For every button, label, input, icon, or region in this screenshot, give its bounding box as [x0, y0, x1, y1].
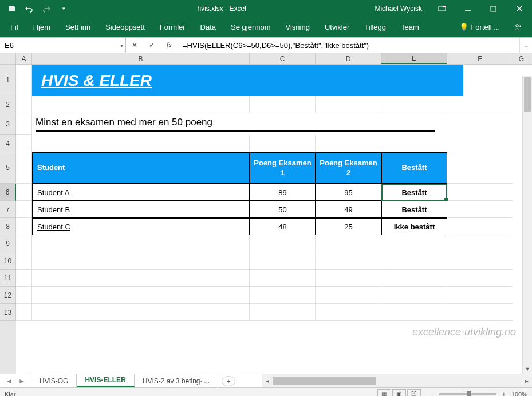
sheet-tab[interactable]: HVIS-ELLER	[77, 374, 134, 387]
tab-formler[interactable]: Formler	[153, 18, 192, 36]
user-name[interactable]: Michael Wycisk	[368, 5, 429, 13]
row-header[interactable]: 2	[0, 96, 16, 113]
subtitle[interactable]: Minst en eksamen med mer en 50 poeng	[36, 117, 435, 132]
row-header[interactable]: 8	[0, 218, 16, 235]
page-break-view-button[interactable]: 凹	[407, 389, 421, 397]
table-cell[interactable]: Student A	[32, 184, 250, 201]
row-header[interactable]: 10	[0, 252, 16, 270]
tab-sideoppsett[interactable]: Sideoppsett	[98, 18, 152, 36]
row-header[interactable]: 1	[0, 65, 16, 96]
tab-fil[interactable]: Fil	[3, 18, 25, 36]
close-icon[interactable]	[506, 2, 532, 15]
tab-settinn[interactable]: Sett inn	[58, 18, 97, 36]
cells-area[interactable]: HVIS & ELLER Minst en eksamen med mer en…	[16, 65, 532, 374]
name-box[interactable]: ▾	[0, 38, 126, 53]
scroll-left-icon[interactable]: ◄	[262, 378, 273, 384]
horizontal-scrollbar[interactable]: ◄ ►	[262, 374, 532, 387]
window-title: hvis.xlsx - Excel	[76, 5, 368, 13]
table-cell[interactable]: 25	[316, 218, 381, 235]
column-headers: A B C D E F G	[0, 53, 532, 65]
zoom-thumb[interactable]	[467, 391, 471, 397]
table-cell[interactable]: 89	[250, 184, 316, 201]
undo-icon[interactable]	[22, 2, 37, 15]
row-header[interactable]: 7	[0, 201, 16, 218]
col-header-E[interactable]: E	[381, 53, 447, 64]
scroll-right-icon[interactable]: ►	[522, 378, 532, 384]
col-header-G[interactable]: G	[513, 53, 530, 64]
formula-input[interactable]	[183, 41, 515, 50]
scroll-thumb[interactable]	[524, 77, 531, 112]
cancel-formula-icon[interactable]: ✕	[126, 41, 143, 49]
tab-data[interactable]: Data	[194, 18, 223, 36]
tab-team[interactable]: Team	[394, 18, 426, 36]
tab-hjem[interactable]: Hjem	[26, 18, 57, 36]
table-header-pass[interactable]: Bestått	[381, 152, 447, 184]
row-header[interactable]: 5	[0, 152, 16, 184]
tab-visning[interactable]: Visning	[278, 18, 316, 36]
save-icon[interactable]	[5, 2, 19, 15]
col-header-B[interactable]: B	[32, 53, 250, 64]
table-cell[interactable]: Bestått	[381, 184, 447, 201]
scroll-down-icon[interactable]: ▼	[523, 365, 532, 374]
cell-reference-input[interactable]	[5, 41, 121, 50]
table-cell[interactable]: Student B	[32, 201, 250, 218]
tab-segjennom[interactable]: Se gjennom	[224, 18, 277, 36]
zoom-in-button[interactable]: +	[500, 390, 508, 396]
table-cell[interactable]: 48	[250, 218, 316, 235]
next-sheet-icon[interactable]: ►	[18, 377, 25, 385]
cell[interactable]	[16, 65, 32, 96]
table-cell[interactable]: 95	[316, 184, 381, 201]
row-header[interactable]: 11	[0, 270, 16, 287]
lightbulb-icon: 💡	[459, 23, 468, 31]
col-header-C[interactable]: C	[250, 53, 316, 64]
table-cell[interactable]: Ikke bestått	[381, 218, 447, 235]
add-sheet-button[interactable]: +	[222, 376, 235, 386]
row-header[interactable]: 6	[0, 184, 16, 201]
maximize-icon[interactable]	[480, 2, 506, 15]
select-all-corner[interactable]	[0, 53, 16, 64]
scroll-thumb[interactable]	[273, 377, 376, 385]
tab-utvikler[interactable]: Utvikler	[318, 18, 356, 36]
accept-formula-icon[interactable]: ✓	[143, 41, 160, 49]
minimize-icon[interactable]	[455, 2, 480, 15]
row-header[interactable]: 13	[0, 304, 16, 321]
row-header[interactable]: 3	[0, 113, 16, 135]
name-box-dropdown-icon[interactable]: ▾	[120, 42, 123, 49]
row-header[interactable]: 9	[0, 235, 16, 252]
sheet-tabs-row: ◄► HVIS-OG HVIS-ELLER HVIS-2 av 3 beting…	[0, 374, 532, 387]
share-icon[interactable]	[506, 23, 529, 32]
col-header-F[interactable]: F	[447, 53, 513, 64]
sheet-tab[interactable]: HVIS-2 av 3 beting· ...	[135, 374, 218, 387]
zoom-level[interactable]: 100%	[511, 391, 527, 397]
ribbon-options-icon[interactable]	[429, 2, 455, 15]
insert-function-icon[interactable]: fx	[160, 41, 178, 50]
page-layout-view-button[interactable]: ▣	[392, 389, 406, 397]
redo-icon[interactable]	[39, 2, 54, 15]
status-ready: Klar	[5, 391, 377, 397]
prev-sheet-icon[interactable]: ◄	[6, 377, 13, 385]
table-header-student[interactable]: Student	[32, 152, 250, 184]
table-cell[interactable]: 49	[316, 201, 381, 218]
table-cell[interactable]: Student C	[32, 218, 250, 235]
row-header[interactable]: 12	[0, 287, 16, 304]
qat-customize-icon[interactable]: ▾	[56, 2, 71, 15]
tab-tillegg[interactable]: Tillegg	[357, 18, 393, 36]
title-banner[interactable]: HVIS & ELLER	[32, 65, 463, 96]
sheet-nav[interactable]: ◄►	[0, 374, 31, 387]
table-header-exam2[interactable]: Poeng Eksamen 2	[316, 152, 381, 184]
zoom-slider[interactable]	[439, 393, 496, 395]
col-header-A[interactable]: A	[16, 53, 32, 64]
row-header[interactable]: 4	[0, 135, 16, 152]
col-header-D[interactable]: D	[316, 53, 381, 64]
tell-me-search[interactable]: 💡 Fortell ...	[455, 23, 505, 31]
sheet-tab[interactable]: HVIS-OG	[31, 374, 77, 387]
expand-formula-bar-icon[interactable]: ⌄	[519, 38, 532, 53]
zoom-out-button[interactable]: −	[428, 390, 436, 396]
table-cell[interactable]: 50	[250, 201, 316, 218]
table-header-exam1[interactable]: Poeng Eksamen 1	[250, 152, 316, 184]
svg-rect-1	[443, 6, 446, 7]
svg-point-4	[516, 24, 519, 27]
vertical-scrollbar[interactable]: ▼	[522, 76, 532, 374]
table-cell[interactable]: Bestått	[381, 201, 447, 218]
normal-view-button[interactable]: ▦	[377, 389, 391, 397]
